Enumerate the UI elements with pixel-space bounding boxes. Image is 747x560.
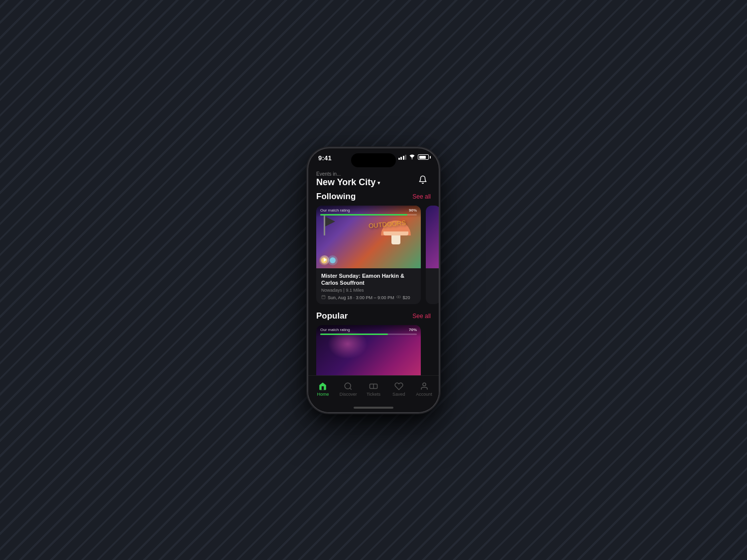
nav-account-label: Account (416, 392, 432, 397)
saved-icon (394, 382, 403, 391)
dynamic-island (351, 153, 396, 167)
header-left: Events in... New York City ▾ (316, 171, 380, 188)
calendar-icon (321, 295, 326, 300)
popular-see-all[interactable]: See all (412, 313, 431, 320)
progress-fill (320, 214, 407, 216)
following-header: Following See all (308, 192, 439, 206)
svg-line-8 (350, 388, 352, 389)
card-meta: Sun, Aug 18 · 3:00 PM – 9:00 PM $20 (321, 295, 416, 300)
card-date: Sun, Aug 18 · 3:00 PM – 9:00 PM (328, 295, 394, 300)
nav-tickets-label: Tickets (367, 392, 380, 397)
popular-match-pct: 70% (409, 328, 417, 332)
nav-saved[interactable]: Saved (386, 379, 411, 400)
home-indicator (308, 403, 439, 412)
city-selector[interactable]: New York City ▾ (316, 177, 380, 188)
nav-discover[interactable]: Discover (336, 379, 361, 400)
match-rating-bar: Our match rating 90% (316, 206, 421, 218)
home-icon (318, 382, 327, 391)
home-bar (354, 407, 393, 409)
card-venue: Nowadays | 9.1 Miles (321, 288, 416, 293)
svg-point-11 (423, 383, 426, 386)
event-card-stub (426, 206, 439, 305)
tickets-icon (369, 382, 378, 391)
popular-cards-scroll[interactable]: Our match rating 70% (308, 325, 439, 375)
bottom-nav: Home Discover Tickets Saved (308, 375, 439, 403)
battery-icon (418, 154, 429, 160)
popular-progress-fill (320, 334, 388, 335)
popular-header: Popular See all (308, 311, 439, 325)
event-card-popular[interactable]: Our match rating 70% (316, 325, 421, 375)
popular-progress-track (320, 334, 417, 335)
scroll-content[interactable]: Following See all (308, 192, 439, 375)
signal-icon (398, 155, 407, 160)
nav-account[interactable]: Account (411, 379, 437, 400)
screen: Events in... New York City ▾ Following S… (308, 169, 439, 412)
card-title: Mister Sunday: Eamon Harkin & Carlos Sou… (321, 272, 416, 287)
following-cards-scroll[interactable]: OUTDOORS Our match rating 90% (308, 206, 439, 305)
art-flag (324, 216, 339, 235)
account-icon (420, 382, 429, 391)
phone-shell: 9:41 Events in... (308, 148, 439, 412)
event-card-following[interactable]: OUTDOORS Our match rating 90% (316, 206, 421, 305)
discover-icon (344, 382, 353, 391)
popular-match-rating-bar: Our match rating 70% (316, 325, 421, 337)
nav-home-label: Home (317, 392, 329, 397)
status-icons (398, 154, 429, 160)
popular-card-image-wrap: Our match rating 70% (316, 325, 421, 375)
card-price: $20 (403, 295, 410, 300)
bell-icon (418, 175, 427, 184)
play-triangle-icon (324, 258, 327, 262)
svg-point-0 (412, 158, 413, 159)
events-in-label: Events in... (316, 171, 380, 177)
play-button[interactable] (320, 255, 329, 264)
match-pct-following: 90% (409, 208, 417, 213)
city-name: New York City (316, 177, 375, 188)
popular-match-label: Our match rating (320, 328, 350, 332)
popular-title: Popular (316, 311, 348, 321)
following-section: Following See all (308, 192, 439, 305)
status-time: 9:41 (318, 154, 332, 162)
nav-saved-label: Saved (392, 392, 405, 397)
svg-rect-1 (322, 296, 325, 299)
stub-art (426, 206, 439, 268)
svg-point-7 (345, 383, 351, 389)
progress-track (320, 214, 417, 216)
app-header: Events in... New York City ▾ (308, 169, 439, 192)
match-label: Our match rating (320, 208, 350, 213)
following-title: Following (316, 192, 356, 202)
notifications-button[interactable] (415, 172, 431, 188)
chevron-down-icon: ▾ (377, 180, 380, 186)
following-see-all[interactable]: See all (412, 193, 431, 200)
card-image-wrap: OUTDOORS Our match rating 90% (316, 206, 421, 268)
nav-home[interactable]: Home (310, 379, 336, 400)
card-info: Mister Sunday: Eamon Harkin & Carlos Sou… (316, 268, 421, 305)
nav-tickets[interactable]: Tickets (361, 379, 386, 400)
nav-discover-label: Discover (340, 392, 357, 397)
wifi-icon (409, 154, 415, 160)
ticket-icon-small (396, 295, 401, 300)
popular-section: Popular See all Our match rating (308, 311, 439, 375)
